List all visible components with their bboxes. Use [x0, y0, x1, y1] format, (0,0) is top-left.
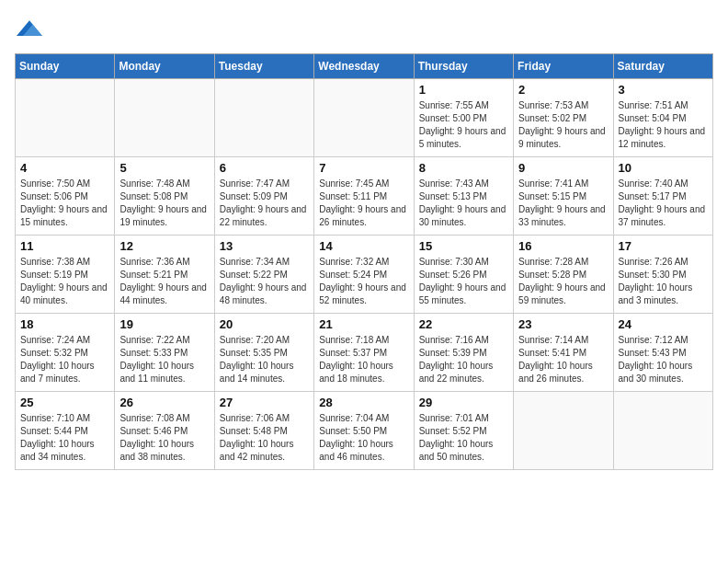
calendar-cell: 7Sunrise: 7:45 AM Sunset: 5:11 PM Daylig…: [314, 157, 414, 236]
day-number: 21: [319, 317, 408, 331]
day-info: Sunrise: 7:43 AM Sunset: 5:13 PM Dayligh…: [419, 178, 508, 229]
day-of-week-header: Friday: [514, 54, 613, 79]
day-info: Sunrise: 7:41 AM Sunset: 5:15 PM Dayligh…: [518, 178, 608, 229]
day-info: Sunrise: 7:08 AM Sunset: 5:46 PM Dayligh…: [119, 412, 209, 464]
calendar-cell: 14Sunrise: 7:32 AM Sunset: 5:24 PM Dayli…: [314, 236, 414, 314]
day-number: 19: [119, 317, 209, 331]
page-header: [15, 15, 713, 44]
calendar-cell: 29Sunrise: 7:01 AM Sunset: 5:52 PM Dayli…: [414, 392, 513, 470]
calendar-cell: 23Sunrise: 7:14 AM Sunset: 5:41 PM Dayli…: [514, 314, 613, 392]
day-number: 1: [419, 83, 508, 97]
day-number: 26: [119, 396, 209, 409]
calendar-cell: 20Sunrise: 7:20 AM Sunset: 5:35 PM Dayli…: [214, 314, 313, 392]
calendar-cell: 13Sunrise: 7:34 AM Sunset: 5:22 PM Dayli…: [214, 236, 313, 314]
day-info: Sunrise: 7:45 AM Sunset: 5:11 PM Dayligh…: [319, 178, 408, 229]
day-number: 6: [220, 161, 309, 175]
day-of-week-header: Wednesday: [314, 54, 414, 79]
day-number: 4: [20, 161, 109, 175]
day-info: Sunrise: 7:10 AM Sunset: 5:44 PM Dayligh…: [20, 412, 109, 464]
calendar-cell: 5Sunrise: 7:48 AM Sunset: 5:08 PM Daylig…: [115, 157, 214, 236]
day-number: 11: [20, 239, 109, 253]
day-info: Sunrise: 7:28 AM Sunset: 5:28 PM Dayligh…: [518, 256, 608, 307]
logo-icon: [17, 15, 42, 40]
day-number: 24: [619, 317, 708, 331]
day-info: Sunrise: 7:16 AM Sunset: 5:39 PM Dayligh…: [419, 334, 508, 385]
day-info: Sunrise: 7:12 AM Sunset: 5:43 PM Dayligh…: [619, 334, 708, 385]
calendar-cell: [514, 392, 613, 470]
calendar-cell: [314, 79, 414, 157]
day-info: Sunrise: 7:30 AM Sunset: 5:26 PM Dayligh…: [419, 256, 508, 307]
calendar-cell: 21Sunrise: 7:18 AM Sunset: 5:37 PM Dayli…: [314, 314, 414, 392]
calendar-cell: 12Sunrise: 7:36 AM Sunset: 5:21 PM Dayli…: [115, 236, 214, 314]
day-number: 18: [20, 317, 109, 331]
day-info: Sunrise: 7:01 AM Sunset: 5:52 PM Dayligh…: [419, 412, 508, 464]
calendar-cell: 22Sunrise: 7:16 AM Sunset: 5:39 PM Dayli…: [414, 314, 513, 392]
day-number: 17: [619, 239, 708, 253]
calendar-cell: [16, 79, 115, 157]
calendar-cell: 17Sunrise: 7:26 AM Sunset: 5:30 PM Dayli…: [613, 236, 712, 314]
day-info: Sunrise: 7:50 AM Sunset: 5:06 PM Dayligh…: [20, 178, 109, 229]
day-info: Sunrise: 7:24 AM Sunset: 5:32 PM Dayligh…: [20, 334, 109, 385]
calendar-cell: [214, 79, 313, 157]
day-info: Sunrise: 7:20 AM Sunset: 5:35 PM Dayligh…: [220, 334, 309, 385]
day-info: Sunrise: 7:48 AM Sunset: 5:08 PM Dayligh…: [119, 178, 209, 229]
calendar-cell: 15Sunrise: 7:30 AM Sunset: 5:26 PM Dayli…: [414, 236, 513, 314]
calendar-cell: [115, 79, 214, 157]
calendar-cell: 11Sunrise: 7:38 AM Sunset: 5:19 PM Dayli…: [16, 236, 115, 314]
calendar-cell: 24Sunrise: 7:12 AM Sunset: 5:43 PM Dayli…: [613, 314, 712, 392]
day-info: Sunrise: 7:55 AM Sunset: 5:00 PM Dayligh…: [419, 99, 508, 151]
calendar-cell: 18Sunrise: 7:24 AM Sunset: 5:32 PM Dayli…: [16, 314, 115, 392]
day-number: 27: [220, 396, 309, 409]
calendar-cell: 28Sunrise: 7:04 AM Sunset: 5:50 PM Dayli…: [314, 392, 414, 470]
day-number: 22: [419, 317, 508, 331]
day-number: 13: [220, 239, 309, 253]
day-number: 23: [518, 317, 608, 331]
calendar-cell: 10Sunrise: 7:40 AM Sunset: 5:17 PM Dayli…: [613, 157, 712, 236]
logo: [15, 15, 42, 44]
day-of-week-header: Thursday: [414, 54, 513, 79]
day-number: 15: [419, 239, 508, 253]
day-of-week-header: Tuesday: [214, 54, 313, 79]
day-number: 3: [619, 83, 708, 97]
day-of-week-header: Sunday: [16, 54, 115, 79]
day-number: 14: [319, 239, 408, 253]
day-info: Sunrise: 7:18 AM Sunset: 5:37 PM Dayligh…: [319, 334, 408, 385]
day-info: Sunrise: 7:36 AM Sunset: 5:21 PM Dayligh…: [119, 256, 209, 307]
day-number: 5: [119, 161, 209, 175]
day-info: Sunrise: 7:22 AM Sunset: 5:33 PM Dayligh…: [119, 334, 209, 385]
day-number: 12: [119, 239, 209, 253]
calendar-cell: 26Sunrise: 7:08 AM Sunset: 5:46 PM Dayli…: [115, 392, 214, 470]
day-info: Sunrise: 7:34 AM Sunset: 5:22 PM Dayligh…: [220, 256, 309, 307]
day-of-week-header: Saturday: [613, 54, 712, 79]
calendar-cell: 16Sunrise: 7:28 AM Sunset: 5:28 PM Dayli…: [514, 236, 613, 314]
calendar-cell: [613, 392, 712, 470]
calendar-cell: 25Sunrise: 7:10 AM Sunset: 5:44 PM Dayli…: [16, 392, 115, 470]
calendar-cell: 8Sunrise: 7:43 AM Sunset: 5:13 PM Daylig…: [414, 157, 513, 236]
calendar-cell: 9Sunrise: 7:41 AM Sunset: 5:15 PM Daylig…: [514, 157, 613, 236]
day-of-week-header: Monday: [115, 54, 214, 79]
calendar-table: SundayMondayTuesdayWednesdayThursdayFrid…: [15, 53, 713, 470]
day-number: 16: [518, 239, 608, 253]
day-number: 20: [220, 317, 309, 331]
day-number: 29: [419, 396, 508, 409]
calendar-cell: 1Sunrise: 7:55 AM Sunset: 5:00 PM Daylig…: [414, 79, 513, 157]
calendar-cell: 3Sunrise: 7:51 AM Sunset: 5:04 PM Daylig…: [613, 79, 712, 157]
day-info: Sunrise: 7:38 AM Sunset: 5:19 PM Dayligh…: [20, 256, 109, 307]
day-info: Sunrise: 7:51 AM Sunset: 5:04 PM Dayligh…: [619, 99, 708, 151]
day-number: 7: [319, 161, 408, 175]
calendar-cell: 27Sunrise: 7:06 AM Sunset: 5:48 PM Dayli…: [214, 392, 313, 470]
day-info: Sunrise: 7:32 AM Sunset: 5:24 PM Dayligh…: [319, 256, 408, 307]
day-number: 28: [319, 396, 408, 409]
day-info: Sunrise: 7:04 AM Sunset: 5:50 PM Dayligh…: [319, 412, 408, 464]
day-info: Sunrise: 7:06 AM Sunset: 5:48 PM Dayligh…: [220, 412, 309, 464]
day-info: Sunrise: 7:47 AM Sunset: 5:09 PM Dayligh…: [220, 178, 309, 229]
day-number: 8: [419, 161, 508, 175]
day-info: Sunrise: 7:40 AM Sunset: 5:17 PM Dayligh…: [619, 178, 708, 229]
calendar-cell: 2Sunrise: 7:53 AM Sunset: 5:02 PM Daylig…: [514, 79, 613, 157]
day-info: Sunrise: 7:53 AM Sunset: 5:02 PM Dayligh…: [518, 99, 608, 151]
day-number: 25: [20, 396, 109, 409]
day-number: 2: [518, 83, 608, 97]
calendar-cell: 4Sunrise: 7:50 AM Sunset: 5:06 PM Daylig…: [16, 157, 115, 236]
day-number: 10: [619, 161, 708, 175]
day-number: 9: [518, 161, 608, 175]
